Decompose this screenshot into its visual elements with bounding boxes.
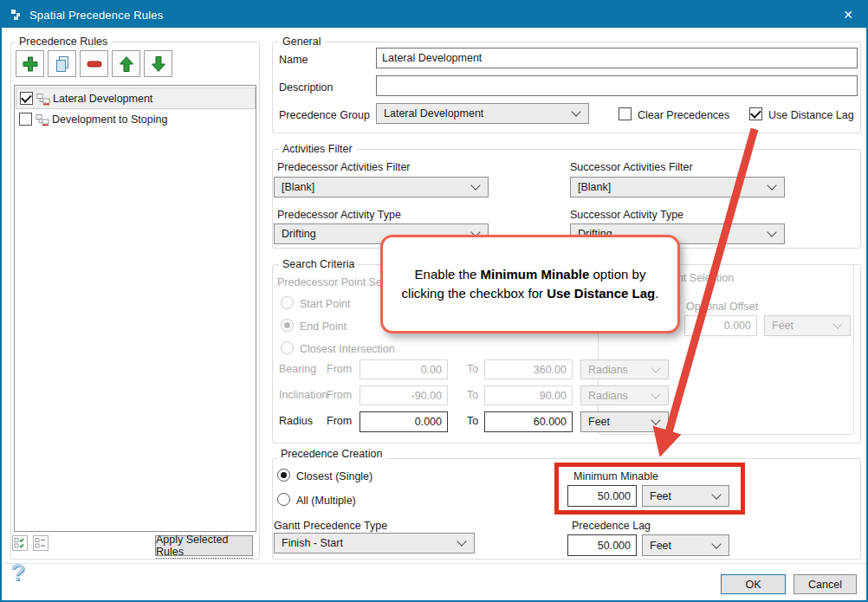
general-group-label: General	[279, 36, 324, 48]
inclination-label: Inclination	[279, 389, 327, 401]
use-distance-lag-label: Use Distance Lag	[768, 109, 854, 121]
chevron-down-icon	[651, 415, 660, 424]
inclination-from-input[interactable]: -90.00	[360, 385, 448, 405]
radius-unit-dropdown[interactable]: Feet	[580, 411, 669, 432]
bearing-to-input[interactable]: 360.00	[484, 359, 573, 379]
green-plus-icon	[21, 55, 40, 74]
spatial-precedence-rules-dialog: Spatial Precedence Rules ✕ Precedence Ru…	[0, 0, 868, 602]
chevron-down-icon	[571, 107, 580, 116]
close-icon[interactable]: ✕	[830, 2, 866, 28]
radius-from-input[interactable]: 0.000	[360, 411, 448, 432]
closest-intersection-radio[interactable]	[281, 341, 294, 354]
rule-checkbox[interactable]	[20, 92, 33, 105]
chevron-down-icon	[470, 180, 480, 190]
rule-checkbox[interactable]	[19, 113, 32, 126]
check-all-button[interactable]	[12, 535, 28, 551]
help-icon[interactable]: ?	[10, 559, 25, 586]
chevron-down-icon	[711, 539, 721, 548]
inclination-unit-dropdown[interactable]: Radians	[580, 385, 669, 405]
uncheck-all-button[interactable]	[33, 535, 49, 551]
cancel-button[interactable]: Cancel	[794, 574, 857, 594]
precedence-creation-group-label: Precedence Creation	[277, 448, 385, 460]
chevron-down-icon	[767, 180, 776, 190]
green-arrow-down-icon	[149, 55, 168, 74]
end-point-label: End Point	[300, 320, 347, 333]
radius-label: Radius	[279, 415, 313, 427]
rule-label: Development to Stoping	[52, 113, 167, 126]
apply-selected-rules-button[interactable]: Apply Selected Rules	[155, 535, 253, 556]
footer-separator	[3, 563, 866, 564]
closest-single-radio[interactable]	[277, 469, 290, 482]
bearing-to-label: To	[467, 363, 478, 375]
move-down-button[interactable]	[144, 50, 172, 77]
checklist-unchecked-icon	[35, 537, 47, 549]
precedence-lag-unit-value: Feet	[650, 540, 671, 552]
precedence-group-value: Lateral Development	[384, 107, 483, 120]
predecessor-activities-filter-dropdown[interactable]: [Blank]	[274, 177, 489, 197]
description-input[interactable]	[376, 75, 858, 96]
inclination-to-input[interactable]: 90.00	[484, 385, 573, 405]
precedence-node-icon	[36, 93, 50, 106]
annotation-highlight-box	[554, 463, 745, 515]
all-multiple-radio[interactable]	[277, 493, 290, 506]
chevron-down-icon	[457, 536, 466, 546]
closest-single-label: Closest (Single)	[296, 470, 372, 482]
check-icon	[750, 107, 761, 119]
radius-to-label: To	[467, 415, 478, 427]
precedence-lag-label: Precedence Lag	[572, 520, 651, 532]
clear-precedences-checkbox[interactable]	[619, 107, 632, 120]
end-point-radio[interactable]	[281, 319, 294, 332]
optional-offset-input[interactable]: 0.000	[684, 315, 757, 336]
precedence-rules-group-label: Precedence Rules	[16, 36, 111, 48]
use-distance-lag-checkbox[interactable]	[749, 107, 762, 120]
chevron-down-icon	[651, 363, 660, 372]
chevron-down-icon	[651, 389, 660, 398]
successor-activities-filter-value: [Blank]	[578, 181, 611, 193]
radio-dot-icon	[281, 472, 287, 478]
app-icon	[10, 8, 24, 22]
bearing-label: Bearing	[279, 363, 316, 375]
bearing-unit-value: Radians	[588, 364, 628, 376]
gantt-precedence-type-dropdown[interactable]: Finish - Start	[274, 533, 475, 553]
precedence-lag-input[interactable]: 50.000	[567, 534, 637, 556]
radius-from-label: From	[327, 415, 352, 427]
list-item[interactable]: Development to Stoping	[16, 109, 256, 131]
list-item[interactable]: Lateral Development	[16, 87, 256, 109]
rule-label: Lateral Development	[53, 93, 152, 105]
radio-dot-icon	[284, 322, 290, 328]
precedence-group-dropdown[interactable]: Lateral Development	[376, 103, 589, 124]
title-bar: Spatial Precedence Rules ✕	[2, 2, 866, 28]
activities-filter-group-label: Activities Filter	[279, 143, 356, 155]
start-point-radio[interactable]	[281, 296, 294, 309]
name-input[interactable]: Lateral Development	[376, 48, 858, 68]
checklist-checked-icon	[14, 537, 26, 549]
remove-rule-button[interactable]	[80, 50, 108, 77]
successor-activity-type-label: Successor Activity Type	[570, 209, 683, 221]
move-up-button[interactable]	[112, 50, 140, 77]
optional-offset-unit-dropdown[interactable]: Feet	[764, 315, 851, 336]
apply-selected-rules-label: Apply Selected Rules	[156, 534, 252, 559]
precedence-lag-unit-dropdown[interactable]: Feet	[642, 534, 729, 556]
add-rule-button[interactable]	[16, 50, 44, 77]
predecessor-activities-filter-label: Predecessor Activities Filter	[277, 161, 411, 173]
bearing-from-label: From	[327, 363, 352, 375]
radius-to-input[interactable]: 60.000	[484, 411, 573, 432]
closest-intersection-label: Closest Intersection	[300, 343, 395, 355]
radius-unit-value: Feet	[588, 416, 610, 428]
successor-activities-filter-dropdown[interactable]: [Blank]	[570, 177, 785, 197]
copy-rule-button[interactable]	[48, 50, 76, 77]
gantt-precedence-type-label: Gantt Precedence Type	[274, 520, 387, 532]
check-icon	[21, 92, 32, 103]
ok-button[interactable]: OK	[721, 574, 786, 594]
bearing-unit-dropdown[interactable]: Radians	[580, 359, 669, 379]
predecessor-activity-type-label: Predecessor Activity Type	[277, 209, 401, 221]
rules-list[interactable]: Lateral Development Development to Stopi…	[14, 85, 256, 532]
window-title: Spatial Precedence Rules	[29, 9, 163, 22]
predecessor-activities-filter-value: [Blank]	[282, 181, 314, 193]
successor-activities-filter-label: Successor Activities Filter	[570, 161, 693, 173]
name-label: Name	[279, 54, 308, 66]
optional-offset-label: Optional Offset	[686, 301, 758, 313]
precedence-node-icon	[36, 113, 49, 126]
inclination-unit-value: Radians	[588, 390, 628, 402]
bearing-from-input[interactable]: 0.00	[360, 359, 448, 379]
